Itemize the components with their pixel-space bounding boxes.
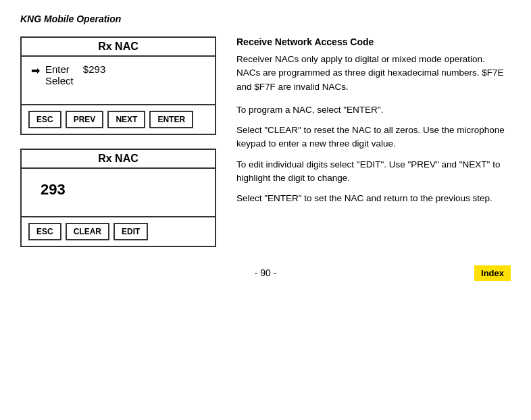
arrow-icon: ➡ — [31, 64, 40, 77]
btn-prev-top[interactable]: PREV — [66, 111, 104, 128]
section-body-top: Receiver NACs only apply to digital or m… — [236, 53, 511, 94]
left-column: Rx NAC ➡ Enter $293 Select — [20, 36, 216, 247]
section-para-1: To program a NAC, select "ENTER". — [236, 103, 511, 117]
display-body-top: ➡ Enter $293 Select — [22, 57, 215, 104]
btn-clear-bottom[interactable]: CLEAR — [66, 223, 109, 240]
display-box-bottom: Rx NAC 293 ESC CLEAR EDIT — [20, 149, 216, 247]
btn-edit-bottom[interactable]: EDIT — [113, 223, 148, 240]
display-footer-top: ESC PREV NEXT ENTER — [22, 104, 215, 134]
display-footer-bottom: ESC CLEAR EDIT — [22, 216, 215, 246]
index-button[interactable]: Index — [474, 265, 511, 281]
second-section: To program a NAC, select "ENTER". Select… — [236, 103, 511, 206]
display-nac-value-bottom: 293 — [31, 176, 205, 204]
btn-next-top[interactable]: NEXT — [107, 111, 145, 128]
btn-enter-top[interactable]: ENTER — [149, 111, 193, 128]
main-layout: Rx NAC ➡ Enter $293 Select — [20, 36, 511, 247]
display-select-label: Select — [45, 75, 74, 86]
display-header-top: Rx NAC — [22, 38, 215, 57]
btn-esc-top[interactable]: ESC — [28, 111, 61, 128]
display-text-block: Enter $293 Select — [45, 63, 105, 86]
display-body-bottom: 293 — [22, 169, 215, 216]
page-footer: - 90 - Index — [20, 267, 511, 278]
section-para-4: Select "ENTER" to set the NAC and return… — [236, 192, 511, 205]
section-para-3: To edit individual digits select "EDIT".… — [236, 158, 511, 186]
display-header-bottom: Rx NAC — [22, 150, 215, 169]
section-para-0: Receiver NACs only apply to digital or m… — [236, 53, 511, 94]
right-column: Receive Network Access Code Receiver NAC… — [236, 36, 511, 247]
page-title: KNG Mobile Operation — [20, 14, 511, 24]
display-enter-label: Enter — [45, 63, 70, 75]
display-box-top: Rx NAC ➡ Enter $293 Select — [20, 36, 216, 135]
page-number: - 90 - — [20, 267, 511, 278]
section-para-2: Select "CLEAR" to reset the NAC to all z… — [236, 124, 511, 151]
section-heading-top: Receive Network Access Code — [236, 36, 511, 47]
display-nac-value: $293 — [83, 63, 105, 75]
btn-esc-bottom[interactable]: ESC — [28, 223, 61, 240]
display-row-top: ➡ Enter $293 Select — [31, 63, 205, 86]
